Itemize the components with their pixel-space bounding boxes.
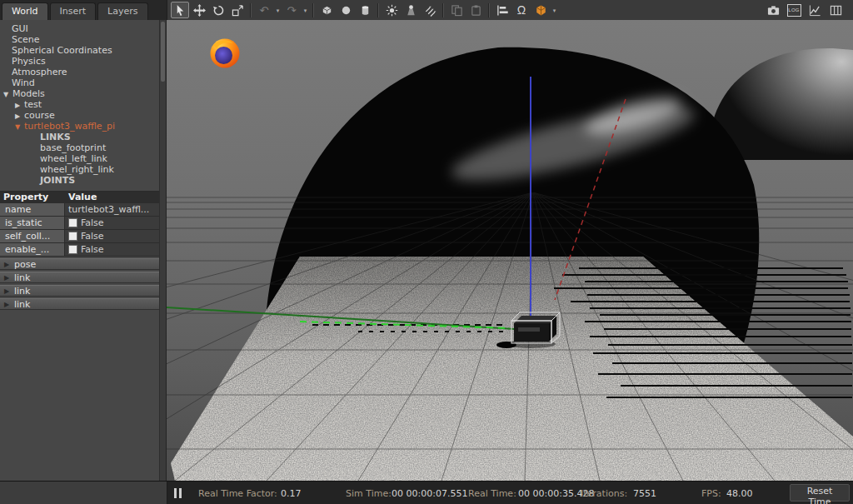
tree-item-label: Models [12,88,45,99]
property-row-self-collide[interactable]: self_coll... False [0,230,160,243]
reset-time-button[interactable]: Reset Time [790,484,850,502]
property-value-cell[interactable]: False [65,230,160,242]
scale-icon [232,4,244,17]
property-group-pose[interactable]: ▶pose [0,258,160,270]
property-row-name[interactable]: name turtlebot3_waffl... [0,203,160,217]
collapse-arrow-icon[interactable]: ▼ [15,122,24,132]
expand-arrow-icon[interactable]: ▶ [15,100,24,110]
real-time-factor-label: Real Time Factor: [198,488,277,499]
log-record-button[interactable]: LOG [785,2,803,18]
pause-icon [174,488,177,498]
group-label: pose [14,259,36,270]
split-view-button[interactable] [826,2,845,18]
snap-button[interactable]: Ω [512,2,531,18]
main-toolbar: ↶ ▾ ↷ ▾ [167,0,853,20]
toolbar-separator [312,3,314,17]
property-group-link-1[interactable]: ▶link [0,272,160,283]
magnet-icon: Ω [517,4,526,16]
property-table-header: Property Value [0,192,160,203]
group-label: link [14,286,30,297]
3d-scene[interactable] [167,20,853,481]
box-icon [321,4,333,17]
tree-item-atmosphere[interactable]: Atmosphere [0,67,166,77]
copy-button[interactable] [447,2,466,18]
property-value-text: False [81,217,104,229]
scene-tree: GUI Scene Spherical Coordinates Physics … [0,20,166,186]
insert-box-button[interactable] [317,2,336,18]
sphere-icon [340,4,352,17]
scrollbar-thumb[interactable] [161,22,165,82]
fps-label: FPS: [701,488,721,499]
expand-arrow-icon[interactable]: ▶ [15,111,24,121]
tree-item-wind[interactable]: Wind [0,77,166,88]
real-time-label: Real Time: [468,488,516,499]
tree-item-physics[interactable]: Physics [0,56,166,67]
tree-item-wheel-right-link[interactable]: wheel_right_link [0,164,166,175]
tree-item-label: Physics [12,56,46,67]
group-label: link [14,299,30,310]
expand-arrow-icon[interactable]: ▶ [4,299,9,311]
property-row-enable-wind[interactable]: enable_... False [0,243,160,257]
directional-light-button[interactable] [421,2,439,18]
select-tool-button[interactable] [171,2,189,18]
copy-icon [451,4,463,17]
property-value-text: turtlebot3_waffl... [68,203,149,216]
undo-history-caret[interactable]: ▾ [274,2,282,18]
property-row-is-static[interactable]: is_static False [0,217,160,230]
toolbar-separator [377,3,379,17]
move-icon [193,4,206,17]
view-angle-caret[interactable]: ▾ [551,2,558,18]
screenshot-button[interactable] [764,2,782,18]
property-value-cell[interactable]: turtlebot3_waffl... [65,203,160,216]
view-cube-icon [535,4,547,17]
view-angle-button[interactable] [531,2,550,18]
tree-item-gui[interactable]: GUI [0,23,166,34]
tab-world[interactable]: World [2,2,48,20]
tree-item-scene[interactable]: Scene [0,34,166,45]
tree-item-links[interactable]: LINKS [0,132,166,142]
redo-button[interactable]: ↷ [282,2,301,18]
tree-item-test[interactable]: ▶test [0,99,166,110]
plot-button[interactable] [806,2,824,18]
tree-item-models[interactable]: ▼Models [0,88,166,99]
pause-button[interactable] [170,487,185,500]
align-button[interactable] [493,2,511,18]
collapse-arrow-icon[interactable]: ▼ [3,89,12,99]
redo-history-caret[interactable]: ▾ [302,2,309,18]
tree-item-wheel-left-link[interactable]: wheel_left_link [0,153,166,164]
tab-insert[interactable]: Insert [50,2,97,20]
camera-icon [767,4,780,17]
property-value-cell[interactable]: False [65,243,160,256]
tree-item-turtlebot3-waffle-pi[interactable]: ▼turtlebot3_waffle_pi [0,121,166,132]
expand-arrow-icon[interactable]: ▶ [4,286,9,297]
property-value-text: False [81,230,104,242]
property-group-link-3[interactable]: ▶link [0,298,160,310]
rotate-tool-button[interactable] [209,2,227,18]
spot-light-button[interactable] [402,2,420,18]
firefox-icon[interactable] [211,39,240,68]
property-group-link-2[interactable]: ▶link [0,285,160,297]
point-light-button[interactable] [382,2,401,18]
cylinder-icon [359,4,372,17]
sidebar-scrollbar[interactable] [159,20,166,481]
checkbox[interactable] [68,218,77,227]
paste-button[interactable] [466,2,485,18]
render-viewport[interactable] [167,20,853,481]
translate-tool-button[interactable] [190,2,208,18]
expand-arrow-icon[interactable]: ▶ [4,272,9,284]
insert-sphere-button[interactable] [337,2,355,18]
tree-item-base-footprint[interactable]: base_footprint [0,142,166,153]
property-name-cell: self_coll... [0,230,65,242]
checkbox[interactable] [68,232,77,241]
expand-arrow-icon[interactable]: ▶ [4,259,9,271]
tab-layers[interactable]: Layers [97,2,147,20]
scale-tool-button[interactable] [228,2,247,18]
tree-item-joints[interactable]: JOINTS [0,175,166,186]
tree-item-spherical-coordinates[interactable]: Spherical Coordinates [0,45,166,56]
insert-cylinder-button[interactable] [356,2,374,18]
checkbox[interactable] [68,245,77,254]
tree-item-course[interactable]: ▶course [0,110,166,121]
tree-item-label: Atmosphere [12,67,67,77]
undo-button[interactable]: ↶ [255,2,273,18]
property-value-cell[interactable]: False [65,217,160,229]
